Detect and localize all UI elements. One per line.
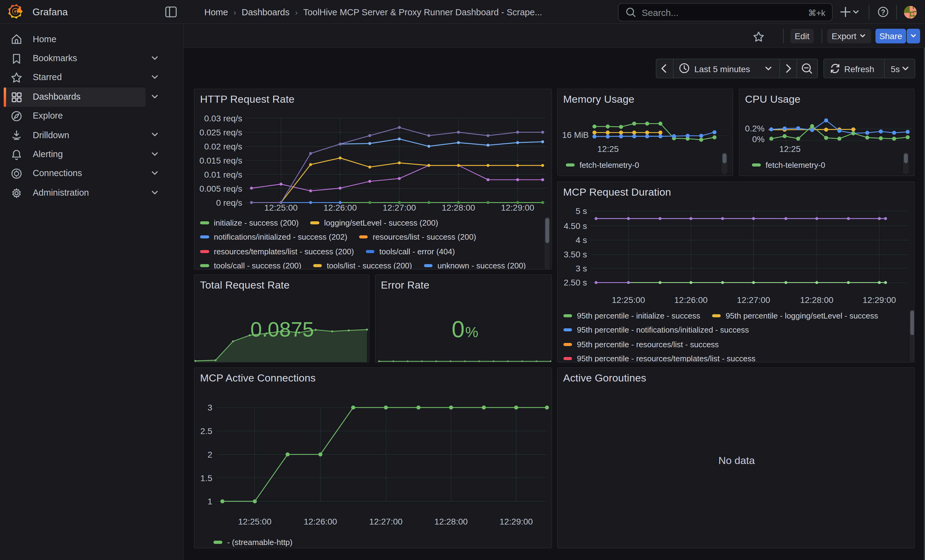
svg-text:2: 2 [207,450,212,459]
svg-text:0.0875: 0.0875 [250,318,314,341]
svg-text:12:25: 12:25 [597,144,619,154]
svg-text:12:26:00: 12:26:00 [324,203,357,212]
svg-text:12:25: 12:25 [779,144,800,154]
svg-text:12:27:00: 12:27:00 [737,295,770,305]
svg-text:16 MiB: 16 MiB [562,130,589,140]
svg-text:12:27:00: 12:27:00 [369,517,402,526]
svg-text:12:29:00: 12:29:00 [500,517,533,526]
svg-text:4.50 s: 4.50 s [563,221,587,231]
svg-text:12:27:00: 12:27:00 [383,203,416,212]
svg-text:0.005 req/s: 0.005 req/s [199,184,242,194]
svg-text:12:25:00: 12:25:00 [612,295,645,305]
svg-text:2.50 s: 2.50 s [563,278,587,287]
svg-text:12:25:00: 12:25:00 [238,517,272,526]
svg-text:4 s: 4 s [575,236,587,245]
svg-text:0: 0 [451,316,464,342]
svg-text:12:26:00: 12:26:00 [304,517,337,526]
svg-text:12:28:00: 12:28:00 [434,517,468,526]
svg-text:- (streamable-http): - (streamable-http) [227,538,292,547]
svg-text:3: 3 [207,403,212,412]
svg-text:3 s: 3 s [575,264,587,273]
svg-text:fetch-telemetry-0: fetch-telemetry-0 [579,161,639,170]
svg-text:0.02 req/s: 0.02 req/s [204,142,242,151]
svg-text:0.01 req/s: 0.01 req/s [204,170,242,179]
svg-text:12:28:00: 12:28:00 [442,203,475,212]
svg-text:0 req/s: 0 req/s [216,198,242,207]
svg-text:0.025 req/s: 0.025 req/s [199,128,242,137]
svg-text:12:29:00: 12:29:00 [862,295,896,305]
svg-text:2.5: 2.5 [200,426,212,436]
svg-text:12:28:00: 12:28:00 [800,295,833,305]
svg-text:12:25:00: 12:25:00 [264,203,298,212]
svg-text:0%: 0% [752,135,764,144]
svg-text:No data: No data [718,455,754,466]
svg-text:0.03 req/s: 0.03 req/s [204,114,242,123]
svg-text:3.50 s: 3.50 s [563,250,587,259]
svg-text:fetch-telemetry-0: fetch-telemetry-0 [765,161,825,170]
svg-text:%: % [465,324,478,340]
svg-text:12:26:00: 12:26:00 [674,295,707,305]
svg-text:1: 1 [207,497,212,506]
svg-text:0.015 req/s: 0.015 req/s [199,156,242,165]
svg-text:?: ? [881,8,885,16]
svg-text:12:29:00: 12:29:00 [501,203,534,212]
svg-text:1.5: 1.5 [200,473,212,483]
svg-text:0.2%: 0.2% [745,124,764,133]
svg-text:5 s: 5 s [575,206,587,216]
